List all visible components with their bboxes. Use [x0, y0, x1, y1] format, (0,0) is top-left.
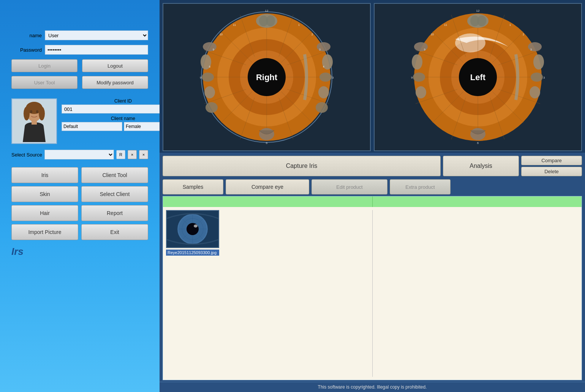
svg-text:3: 3 [319, 48, 321, 51]
eye-thumbnail [166, 210, 219, 248]
import-picture-button[interactable]: Import Picture [11, 224, 78, 240]
svg-text:2: 2 [523, 33, 524, 36]
svg-text:10: 10 [220, 33, 223, 36]
controls-combined: Capture Iris Analysis Compare Delete [160, 153, 585, 179]
avatar [13, 100, 55, 142]
svg-point-88 [530, 86, 540, 98]
gallery-header-right [373, 196, 582, 207]
svg-text:9: 9 [424, 48, 425, 51]
svg-text:11: 11 [444, 24, 447, 26]
source-select[interactable] [44, 150, 114, 160]
right-button-col: Compare Delete [521, 156, 582, 176]
compare-eye-button[interactable]: Compare eye [226, 179, 309, 194]
delete-button[interactable]: Delete [521, 167, 582, 176]
password-input[interactable] [45, 45, 148, 55]
svg-point-117 [194, 224, 198, 228]
logout-button[interactable]: Logout [82, 59, 148, 72]
name-label: name [11, 33, 42, 38]
select-client-button[interactable]: Select Client [81, 186, 148, 202]
svg-text:9: 9 [411, 76, 413, 79]
svg-point-4 [39, 107, 45, 120]
right-eye-diagram: Right [163, 3, 371, 151]
svg-text:11: 11 [233, 24, 236, 26]
bottom-buttons: Iris Client Tool Skin Select Client Hair… [11, 167, 148, 240]
copyright-text: This software is copyrighted. Illegal co… [318, 384, 427, 390]
edit-product-button: Edit product [311, 179, 387, 194]
svg-point-86 [533, 54, 544, 70]
svg-text:Right: Right [256, 73, 278, 82]
svg-point-116 [187, 223, 199, 235]
hair-button[interactable]: Hair [11, 205, 78, 221]
gallery-header [163, 196, 582, 207]
svg-point-6 [30, 110, 32, 113]
exit-button[interactable]: Exit [81, 224, 148, 240]
svg-text:3: 3 [530, 48, 532, 51]
svg-point-34 [266, 16, 275, 26]
svg-point-43 [204, 86, 215, 98]
user-tool-button[interactable]: User Tool [11, 76, 77, 89]
client-name-default-input[interactable] [62, 122, 122, 131]
compare-button[interactable]: Compare [521, 156, 582, 165]
gallery-right [373, 210, 579, 377]
gallery-content: Reye20151125093300.jpg [163, 207, 582, 380]
svg-text:6: 6 [266, 141, 268, 145]
client-tool-button[interactable]: Client Tool [81, 167, 148, 183]
source-r-button[interactable]: R [116, 150, 125, 159]
svg-text:3: 3 [543, 76, 545, 79]
svg-point-7 [36, 110, 38, 113]
svg-text:9: 9 [213, 48, 214, 51]
svg-text:4: 4 [323, 65, 324, 68]
iris-button[interactable]: Iris [11, 167, 78, 183]
svg-point-92 [416, 86, 426, 98]
extra-product-button: Extra product [390, 179, 451, 194]
source-row: Select Source R × × [11, 150, 148, 160]
gallery-header-left [163, 196, 373, 207]
modify-password-button[interactable]: Modify password [82, 76, 148, 89]
eye-image-item[interactable]: Reye20151125093300.jpg [166, 210, 219, 256]
analysis-button[interactable]: Analysis [443, 156, 519, 176]
eye-diagrams: Right [160, 0, 585, 153]
capture-iris-button[interactable]: Capture Iris [163, 156, 441, 176]
left-eye-diagram: Left [374, 3, 582, 151]
svg-text:2: 2 [311, 33, 313, 36]
source-x2-button[interactable]: × [139, 150, 148, 159]
irs-label: Irs [11, 246, 148, 258]
name-row: name User [11, 30, 148, 40]
left-panel: name User Password Login Logout User Too… [0, 0, 160, 392]
eye-filename[interactable]: Reye20151125093300.jpg [166, 250, 219, 256]
svg-point-44 [206, 102, 218, 113]
svg-text:10: 10 [431, 33, 434, 36]
svg-text:12: 12 [476, 9, 480, 13]
tool-buttons: User Tool Modify password [11, 76, 148, 89]
main-area: Right [160, 0, 585, 392]
name-select[interactable]: User [45, 30, 148, 40]
status-bar: This software is copyrighted. Illegal co… [160, 382, 585, 392]
svg-point-89 [414, 42, 428, 51]
password-row: Password [11, 45, 148, 55]
svg-point-40 [203, 42, 217, 51]
eye-closeup-svg [167, 211, 218, 247]
svg-point-3 [24, 107, 30, 120]
svg-text:12: 12 [265, 9, 269, 13]
svg-point-87 [531, 73, 543, 82]
svg-text:3: 3 [332, 76, 334, 79]
auth-buttons: Login Logout [11, 59, 148, 72]
svg-text:6: 6 [477, 141, 479, 145]
svg-point-38 [318, 86, 329, 98]
svg-point-84 [477, 16, 486, 26]
client-section: Client ID Client name [11, 98, 148, 144]
svg-text:8: 8 [209, 65, 210, 68]
svg-point-42 [202, 73, 214, 82]
skin-button[interactable]: Skin [11, 186, 78, 202]
source-label: Select Source [11, 152, 42, 158]
login-button[interactable]: Login [11, 59, 77, 72]
svg-rect-5 [32, 121, 37, 125]
svg-text:Left: Left [470, 73, 486, 82]
avatar-box [11, 98, 57, 144]
source-x1-button[interactable]: × [128, 150, 137, 159]
gallery-area: Reye20151125093300.jpg [163, 196, 582, 380]
right-iris-chart: Right [198, 9, 335, 145]
samples-button[interactable]: Samples [163, 179, 223, 194]
report-button[interactable]: Report [81, 205, 148, 221]
svg-text:1: 1 [298, 24, 300, 26]
